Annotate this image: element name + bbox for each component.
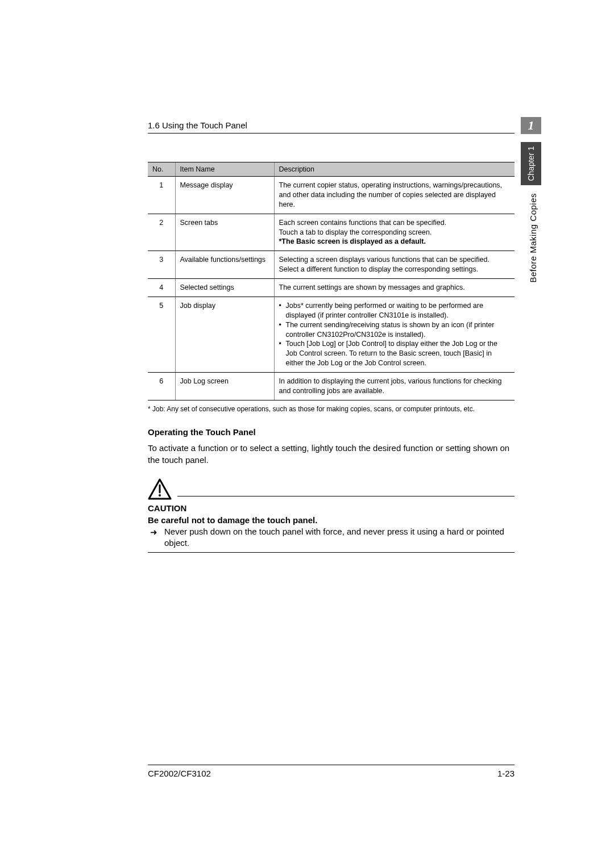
cell-desc: Jobs* currently being performed or waiti… bbox=[274, 297, 515, 372]
subsection-heading: Operating the Touch Panel bbox=[148, 427, 515, 437]
cell-no: 3 bbox=[148, 251, 175, 279]
cell-name: Screen tabs bbox=[175, 214, 274, 251]
caution-subtitle: Be careful not to damage the touch panel… bbox=[148, 515, 515, 525]
table-row: 5 Job display Jobs* currently being perf… bbox=[148, 297, 515, 372]
body-paragraph: To activate a function or to select a se… bbox=[148, 443, 515, 466]
svg-point-2 bbox=[159, 494, 161, 496]
column-header-desc: Description bbox=[274, 162, 515, 177]
table-row: 4 Selected settings The current settings… bbox=[148, 279, 515, 297]
cell-no: 4 bbox=[148, 279, 175, 297]
cell-no: 5 bbox=[148, 297, 175, 372]
footer-page-number: 1-23 bbox=[497, 769, 515, 778]
warning-triangle-icon bbox=[148, 478, 172, 500]
cell-no: 6 bbox=[148, 373, 175, 400]
table-row: 2 Screen tabs Each screen contains funct… bbox=[148, 214, 515, 251]
cell-desc: In addition to displaying the current jo… bbox=[274, 373, 515, 400]
cell-desc: The current copier status, operating ins… bbox=[274, 177, 515, 214]
cell-name: Available functions/settings bbox=[175, 251, 274, 279]
cell-name: Job display bbox=[175, 297, 274, 372]
divider bbox=[148, 552, 515, 553]
page-header: 1.6 Using the Touch Panel bbox=[148, 120, 515, 133]
cell-desc: Each screen contains functions that can … bbox=[274, 214, 515, 251]
caution-title: CAUTION bbox=[148, 503, 515, 513]
list-item: Touch [Job Log] or [Job Control] to disp… bbox=[279, 339, 511, 368]
caution-block: CAUTION Be careful not to damage the tou… bbox=[148, 478, 515, 553]
column-header-name: Item Name bbox=[175, 162, 274, 177]
section-title: 1.6 Using the Touch Panel bbox=[148, 120, 247, 130]
arrow-icon: ➜ bbox=[150, 526, 157, 549]
footer-model: CF2002/CF3102 bbox=[148, 769, 211, 778]
list-item: Jobs* currently being performed or waiti… bbox=[279, 301, 511, 320]
list-item: The current sending/receiving status is … bbox=[279, 320, 511, 340]
cell-name: Selected settings bbox=[175, 279, 274, 297]
cell-name: Job Log screen bbox=[175, 373, 274, 400]
column-header-no: No. bbox=[148, 162, 175, 177]
table-row: 3 Available functions/settings Selecting… bbox=[148, 251, 515, 279]
table-row: 6 Job Log screen In addition to displayi… bbox=[148, 373, 515, 400]
touch-panel-items-table: No. Item Name Description 1 Message disp… bbox=[148, 162, 515, 400]
table-footnote: * Job: Any set of consecutive operations… bbox=[148, 405, 515, 414]
cell-no: 1 bbox=[148, 177, 175, 214]
divider bbox=[177, 496, 515, 496]
cell-name: Message display bbox=[175, 177, 274, 214]
page-footer: CF2002/CF3102 1-23 bbox=[148, 765, 515, 778]
cell-desc: Selecting a screen displays various func… bbox=[274, 251, 515, 279]
table-row: 1 Message display The current copier sta… bbox=[148, 177, 515, 214]
caution-text: Never push down on the touch panel with … bbox=[164, 526, 515, 549]
cell-desc: The current settings are shown by messag… bbox=[274, 279, 515, 297]
caution-item: ➜ Never push down on the touch panel wit… bbox=[148, 526, 515, 549]
cell-no: 2 bbox=[148, 214, 175, 251]
